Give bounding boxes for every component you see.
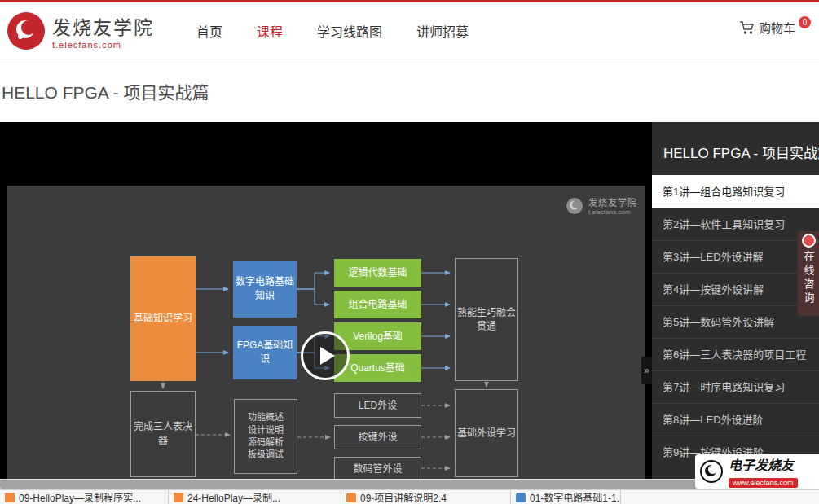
file-tab-label: 09-HelloPlay—录制程序实... xyxy=(19,490,141,504)
diagram-box-led: LED外设 xyxy=(334,393,421,418)
video-watermark-title: 发烧友学院 xyxy=(588,195,637,208)
lesson-item-7[interactable]: 第7讲—时序电路知识复习 xyxy=(652,370,819,403)
lesson-item-8[interactable]: 第8讲—LED外设进阶 xyxy=(652,403,819,436)
video-file-icon xyxy=(5,493,15,502)
video-watermark-subtitle: t.elecfans.com xyxy=(588,208,637,216)
play-button[interactable] xyxy=(301,331,350,380)
diagram-box-foundation: 基础知识学习 xyxy=(130,256,196,381)
course-content: 基础知识学习 数字电路基础知识 FPGA基础知识 逻辑代数基础 组合电路基础 V… xyxy=(0,122,819,479)
sidebar-collapse-handle[interactable]: » xyxy=(641,357,652,384)
page-title: HELLO FPGA - 项目实战篇 xyxy=(2,79,209,103)
nav-roadmap[interactable]: 学习线路图 xyxy=(317,21,382,41)
file-tab-label: 24-HelloPlay—录制... xyxy=(187,490,280,504)
scrollbar-thumb[interactable] xyxy=(0,480,699,489)
nav-recruit[interactable]: 讲师招募 xyxy=(416,21,469,41)
lesson-item-5[interactable]: 第5讲—数码管外设讲解 xyxy=(652,305,819,338)
cart-badge: 0 xyxy=(799,16,811,28)
nav-courses[interactable]: 课程 xyxy=(257,21,283,41)
site-watermark-title: 电子发烧友 xyxy=(729,454,798,474)
diagram-box-key: 按键外设 xyxy=(334,425,421,449)
video-frame: 基础知识学习 数字电路基础知识 FPGA基础知识 逻辑代数基础 组合电路基础 V… xyxy=(7,186,645,479)
video-player[interactable]: 基础知识学习 数字电路基础知识 FPGA基础知识 逻辑代数基础 组合电路基础 V… xyxy=(0,122,652,479)
diagram-box-segment: 数码管外设 xyxy=(334,457,421,479)
diagram-box-voter-project: 完成三人表决器 xyxy=(130,391,196,477)
diagram-box-digital-circuits: 数字电路基础知识 xyxy=(233,261,297,318)
diagram-box-fpga-basics: FPGA基础知识 xyxy=(233,326,297,379)
site-watermark-logo-icon xyxy=(699,459,724,484)
video-file-icon xyxy=(516,493,526,502)
cart-icon xyxy=(739,20,755,35)
video-watermark-text: 发烧友学院 t.elecfans.com xyxy=(588,195,637,216)
site-logo[interactable]: 发烧友学院 t.elecfans.com xyxy=(7,11,154,50)
main-nav: 首页 课程 学习线路图 讲师招募 xyxy=(196,21,469,41)
sidebar-title: HELLO FPGA - 项目实战篇 xyxy=(652,122,819,175)
file-tab-label: 01-数字电路基础1-1... xyxy=(530,490,621,504)
video-watermark: 发烧友学院 t.elecfans.com xyxy=(566,195,637,216)
lesson-item-1[interactable]: 第1讲—组合电路知识复习 xyxy=(652,175,819,208)
nav-home[interactable]: 首页 xyxy=(196,21,222,41)
page-title-bar: HELLO FPGA - 项目实战篇 xyxy=(0,59,819,122)
diagram-box-logic-algebra: 逻辑代数基础 xyxy=(334,259,421,287)
cart-button[interactable]: 购物车 0 xyxy=(739,20,811,37)
diagram-box-basic-peripherals: 基础外设学习 xyxy=(455,389,518,477)
file-tab-4[interactable]: 01-数字电路基础1-1... xyxy=(511,490,621,504)
play-icon xyxy=(320,347,335,365)
diagram-box-mastery: 熟能生巧融会贯通 xyxy=(455,258,518,381)
lesson-item-6[interactable]: 第6讲—三人表决器的项目工程 xyxy=(652,338,819,370)
logo-title: 发烧友学院 xyxy=(52,12,154,40)
video-file-icon xyxy=(174,493,183,502)
logo-icon xyxy=(7,11,46,50)
logo-text: 发烧友学院 t.elecfans.com xyxy=(52,12,154,50)
file-tab-1[interactable]: 09-HelloPlay—录制程序实... xyxy=(0,490,169,504)
site-header: 发烧友学院 t.elecfans.com 首页 课程 学习线路图 讲师招募 购物… xyxy=(0,2,819,59)
video-file-icon xyxy=(346,493,356,502)
bottom-file-bar: 09-HelloPlay—录制程序实... 24-HelloPlay—录制...… xyxy=(0,489,819,504)
logo-subtitle: t.elecfans.com xyxy=(52,40,154,50)
lesson-sidebar: HELLO FPGA - 项目实战篇 第1讲—组合电路知识复习 第2讲—软件工具… xyxy=(652,122,819,479)
page: 发烧友学院 t.elecfans.com 首页 课程 学习线路图 讲师招募 购物… xyxy=(0,0,819,504)
consult-label: 在线咨询 xyxy=(801,251,817,306)
video-watermark-icon xyxy=(566,197,583,215)
cart-label: 购物车 xyxy=(759,20,795,37)
lesson-item-3[interactable]: 第3讲—LED外设讲解 xyxy=(652,240,819,273)
lesson-item-2[interactable]: 第2讲—软件工具知识复习 xyxy=(652,208,819,240)
diagram-box-process: 功能概述 设计说明 源码解析 板级调试 xyxy=(234,399,297,474)
file-tab-2[interactable]: 24-HelloPlay—录制... xyxy=(169,490,341,504)
diagram-box-combinational: 组合电路基础 xyxy=(334,291,421,318)
file-tab-label: 09-项目讲解说明2.4 xyxy=(360,490,447,504)
file-tab-3[interactable]: 09-项目讲解说明2.4 xyxy=(341,490,511,504)
consult-avatar-icon xyxy=(802,234,816,248)
lesson-item-4[interactable]: 第4讲—按键外设讲解 xyxy=(652,273,819,305)
online-consult-tab[interactable]: 在线咨询 xyxy=(798,231,819,316)
site-watermark: 电子发烧友 www.elecfans.com xyxy=(695,454,819,489)
site-watermark-text: 电子发烧友 www.elecfans.com xyxy=(729,454,798,489)
site-watermark-url: www.elecfans.com xyxy=(729,478,798,488)
